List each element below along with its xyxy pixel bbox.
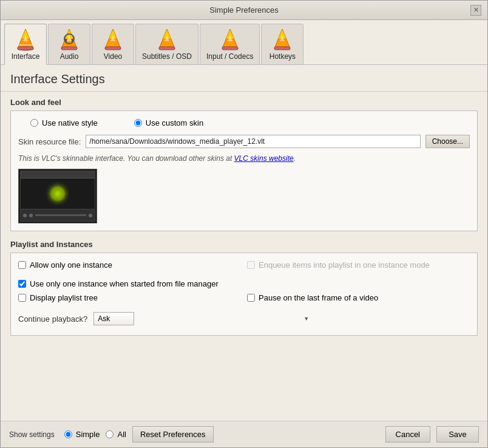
close-button[interactable]: ✕ <box>470 5 481 16</box>
continue-select-wrapper: Ask Never Always <box>93 312 312 325</box>
skin-preview-content <box>21 178 95 209</box>
pause-last-frame-text: Pause on the last frame of a video <box>259 293 378 302</box>
choose-button[interactable]: Choose... <box>425 135 470 148</box>
look-and-feel-box: Use native style Use custom skin Skin re… <box>10 110 478 231</box>
continue-label: Continue playback? <box>18 314 87 324</box>
playlist-box: Allow only one instance Enqueue items in… <box>10 253 478 336</box>
skin-resource-input[interactable] <box>86 135 420 148</box>
tab-hotkeys[interactable]: Hotkeys <box>261 24 303 64</box>
look-and-feel-title: Look and feel <box>10 98 478 107</box>
save-button[interactable]: Save <box>436 426 479 443</box>
tab-interface[interactable]: Interface <box>4 24 47 65</box>
allow-one-instance-label[interactable]: Allow only one instance <box>18 260 241 270</box>
audio-icon <box>56 27 82 52</box>
skin-preview-titlebar <box>21 171 95 178</box>
display-playlist-tree-checkbox[interactable] <box>18 294 26 302</box>
look-and-feel-section: Look and feel Use native style Use custo… <box>10 98 478 231</box>
playlist-section-title: Playlist and Instances <box>10 240 478 249</box>
interface-icon <box>13 27 38 52</box>
skin-info-period: . <box>294 154 296 163</box>
radio-native-style[interactable]: Use native style <box>30 118 98 127</box>
scroll-content: Look and feel Use native style Use custo… <box>1 92 487 421</box>
subtitles-icon <box>154 27 180 52</box>
continue-playback-row: Continue playback? Ask Never Always <box>18 312 470 325</box>
tab-bar: Interface Audio Video <box>1 20 487 65</box>
skin-preview <box>18 169 97 223</box>
radio-simple-input[interactable] <box>64 430 72 438</box>
enqueue-label[interactable]: Enqueue items into playlist in one insta… <box>247 260 470 270</box>
tab-interface-label: Interface <box>12 52 40 61</box>
title-bar: Simple Preferences ✕ <box>1 1 487 20</box>
radio-custom-label: Use custom skin <box>146 118 203 127</box>
radio-simple[interactable]: Simple <box>64 430 100 439</box>
allow-one-instance-text: Allow only one instance <box>30 260 112 270</box>
dialog-window: Simple Preferences ✕ Interface <box>0 0 488 448</box>
input-icon <box>217 27 243 52</box>
svg-rect-19 <box>159 47 175 50</box>
tab-video[interactable]: Video <box>92 24 134 64</box>
cancel-button[interactable]: Cancel <box>385 426 430 443</box>
radio-custom-input[interactable] <box>134 119 142 127</box>
control-dot-1 <box>23 214 27 217</box>
svg-rect-3 <box>18 47 33 50</box>
tab-subtitles-label: Subtitles / OSD <box>142 52 192 61</box>
allow-one-instance-checkbox[interactable] <box>18 261 26 269</box>
radio-custom-skin[interactable]: Use custom skin <box>134 118 203 127</box>
svg-rect-8 <box>61 47 77 50</box>
enqueue-checkbox[interactable] <box>247 261 255 269</box>
window-title: Simple Preferences <box>18 5 470 15</box>
radio-all[interactable]: All <box>106 430 126 439</box>
tab-subtitles[interactable]: Subtitles / OSD <box>135 24 198 64</box>
pause-last-frame-label[interactable]: Pause on the last frame of a video <box>247 293 470 302</box>
use-one-instance-checkbox[interactable] <box>18 280 26 288</box>
show-settings-radios: Simple All <box>64 430 126 439</box>
radio-simple-label: Simple <box>76 430 100 439</box>
tab-audio[interactable]: Audio <box>48 24 90 64</box>
tab-input-label: Input / Codecs <box>206 52 253 61</box>
video-icon <box>100 27 126 52</box>
control-dot-3 <box>89 214 92 217</box>
skin-resource-label: Skin resource file: <box>18 137 81 146</box>
reset-preferences-button[interactable]: Reset Preferences <box>132 426 214 443</box>
skin-preview-controls <box>21 209 95 221</box>
svg-rect-27 <box>274 47 290 50</box>
bottom-bar: Show settings Simple All Reset Preferenc… <box>1 421 487 447</box>
page-title: Interface Settings <box>1 65 487 92</box>
svg-rect-15 <box>105 47 121 50</box>
skin-preview-inner <box>20 171 95 222</box>
tab-video-label: Video <box>104 52 122 61</box>
control-dot-2 <box>29 214 33 217</box>
use-one-instance-label[interactable]: Use only one instance when started from … <box>18 279 470 288</box>
skin-resource-row: Skin resource file: Choose... <box>18 135 470 148</box>
vlc-skins-link[interactable]: VLC skins website <box>234 154 294 163</box>
skin-info: This is VLC's skinnable interface. You c… <box>18 154 470 163</box>
radio-native-input[interactable] <box>30 119 38 127</box>
svg-rect-12 <box>72 39 73 42</box>
svg-rect-11 <box>65 39 67 42</box>
skin-info-text: This is VLC's skinnable interface. You c… <box>18 154 234 163</box>
svg-rect-23 <box>222 47 238 50</box>
skin-radio-row: Use native style Use custom skin <box>18 118 470 127</box>
playlist-section: Playlist and Instances Allow only one in… <box>10 240 478 336</box>
display-playlist-tree-text: Display playlist tree <box>30 293 98 302</box>
enqueue-text: Enqueue items into playlist in one insta… <box>259 260 430 270</box>
radio-all-label: All <box>117 430 126 439</box>
pause-last-frame-checkbox[interactable] <box>247 294 255 302</box>
tab-input[interactable]: Input / Codecs <box>200 24 260 64</box>
content-area: Interface Settings Look and feel Use nat… <box>1 65 487 421</box>
radio-native-label: Use native style <box>42 118 98 127</box>
show-settings-label: Show settings <box>9 430 55 439</box>
display-playlist-tree-label[interactable]: Display playlist tree <box>18 293 241 302</box>
radio-all-input[interactable] <box>106 430 114 438</box>
continue-select[interactable]: Ask Never Always <box>93 312 134 325</box>
checkbox-row-1: Allow only one instance Enqueue items in… <box>18 260 470 274</box>
preview-glow <box>50 186 65 201</box>
use-one-instance-text: Use only one instance when started from … <box>30 279 219 288</box>
tab-hotkeys-label: Hotkeys <box>269 52 296 61</box>
progress-bar-preview <box>35 214 86 216</box>
checkbox-row-2: Display playlist tree Pause on the last … <box>18 293 470 307</box>
tab-audio-label: Audio <box>60 52 79 61</box>
hotkeys-icon <box>269 27 295 52</box>
